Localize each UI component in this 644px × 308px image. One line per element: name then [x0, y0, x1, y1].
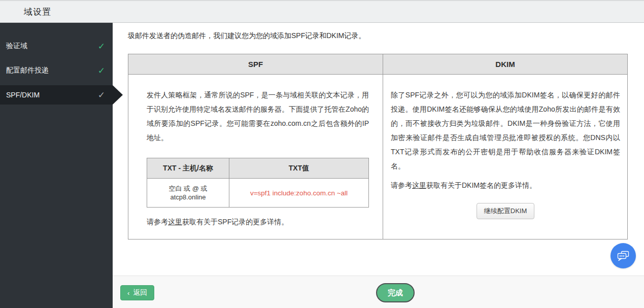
header-bar: 域设置: [0, 0, 644, 23]
sidebar: 验证域 ✓ 配置邮件投递 ✓ SPF/DKIM ✓: [0, 23, 113, 308]
sidebar-item-spf-dkim[interactable]: SPF/DKIM ✓: [0, 85, 113, 105]
spf-more-info-line: 请参考这里获取有关于SPF记录的更多详情。: [147, 218, 369, 227]
spf-more-prefix: 请参考: [147, 218, 168, 226]
dkim-cell: 除了SPF记录之外，您可以为您的域添加DKIM签名，以确保更好的邮件投递。使用D…: [383, 75, 627, 239]
spf-txt-value: v=spf1 include:zoho.com.cn ~all: [250, 189, 348, 197]
spf-column-header: SPF: [128, 54, 383, 75]
chevron-left-icon: ‹: [127, 290, 129, 296]
main-content: 圾邮件发送者的伪造邮件，我们建议您为您的域添加SPF记录和DKIM记录。 SPF…: [113, 23, 644, 276]
footer-bar: ‹ 返回 完成: [113, 276, 644, 308]
record-host-line1: 空白 或 @ 或: [168, 184, 207, 193]
spf-more-suffix: 获取有关于SPF记录的更多详情。: [182, 218, 288, 226]
dkim-here-link[interactable]: 这里: [412, 181, 426, 189]
dkim-more-info-line: 请参考这里获取有关于DKIM签名的更多详情。: [391, 181, 620, 190]
back-button-label: 返回: [133, 288, 147, 297]
spf-cell: 发件人策略框架，通常所说的SPF，是一条与域相关联的文本记录，用于识别允许使用特…: [128, 75, 383, 239]
spf-dkim-table: SPF DKIM 发件人策略框架，通常所说的SPF，是一条与域相关联的文本记录，…: [128, 54, 628, 239]
intro-text: 圾邮件发送者的伪造邮件，我们建议您为您的域添加SPF记录和DKIM记录。: [128, 30, 644, 41]
sidebar-item-label: 配置邮件投递: [6, 66, 49, 75]
record-host-line2: atcp8.online: [170, 193, 206, 201]
check-icon: ✓: [98, 65, 105, 76]
done-button[interactable]: 完成: [376, 283, 415, 302]
dkim-column-header: DKIM: [383, 54, 627, 75]
sidebar-item-mail-delivery[interactable]: 配置邮件投递 ✓: [0, 58, 113, 83]
check-icon: ✓: [98, 90, 105, 100]
sidebar-item-label: SPF/DKIM: [6, 91, 40, 99]
back-button[interactable]: ‹ 返回: [120, 285, 154, 300]
dkim-button-row: 继续配置DKIM: [391, 203, 620, 219]
record-value-cell: v=spf1 include:zoho.com.cn ~all: [229, 179, 368, 207]
configure-dkim-button[interactable]: 继续配置DKIM: [477, 203, 535, 219]
spf-here-link[interactable]: 这里: [168, 218, 182, 226]
sidebar-item-label: 验证域: [6, 42, 27, 51]
check-icon: ✓: [98, 41, 105, 52]
sidebar-item-verify-domain[interactable]: 验证域 ✓: [0, 34, 113, 58]
page-title: 域设置: [24, 6, 51, 18]
dkim-more-suffix: 获取有关于DKIM签名的更多详情。: [426, 181, 536, 189]
record-value-header: TXT值: [229, 158, 368, 179]
chat-bubbles-icon: [617, 250, 630, 262]
spf-description: 发件人策略框架，通常所说的SPF，是一条与域相关联的文本记录，用于识别允许使用特…: [147, 88, 369, 145]
record-host-cell: 空白 或 @ 或 atcp8.online: [147, 179, 229, 207]
dkim-more-prefix: 请参考: [391, 181, 412, 189]
record-host-header: TXT - 主机/名称: [147, 158, 229, 179]
dkim-description: 除了SPF记录之外，您可以为您的域添加DKIM签名，以确保更好的邮件投递。使用D…: [391, 88, 620, 173]
spf-record-table: TXT - 主机/名称 TXT值 空白 或 @ 或 atcp8.online v…: [147, 158, 369, 208]
chat-support-button[interactable]: [611, 243, 636, 268]
